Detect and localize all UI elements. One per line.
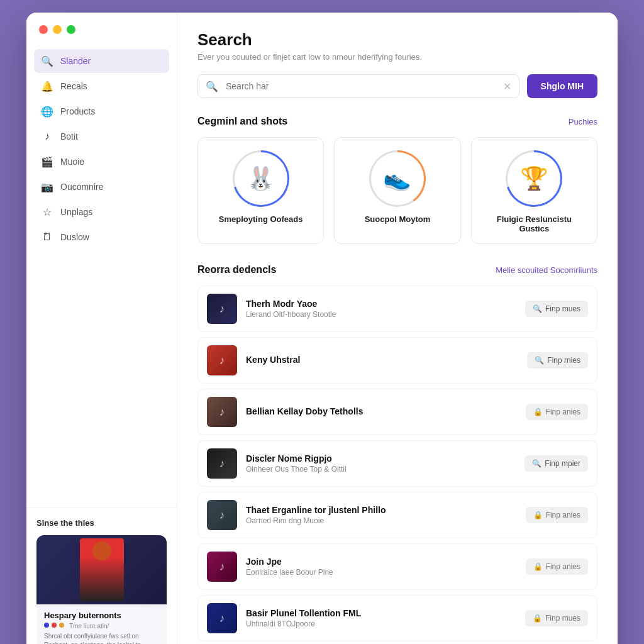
thumb-inner-5: ♪	[207, 552, 237, 582]
result-item-2[interactable]: ♪ Bellian Kellay Doby Tetholls 🔒 Finp an…	[197, 389, 597, 435]
result-sub-0: Lierand Oltf-hboary Stootle	[246, 310, 516, 319]
category-card-0[interactable]: 🐰 Smeployting Oofeads	[197, 137, 324, 244]
category-label-1: Suocpol Moytom	[365, 214, 431, 224]
page-title: Search	[197, 30, 597, 50]
result-item-0[interactable]: ♪ Therh Modr Yaoe Lierand Oltf-hboary St…	[197, 286, 597, 332]
result-sub-3: Olnheer Ous Thoe Top & Oittil	[246, 465, 516, 474]
result-item-5[interactable]: ♪ Join Jpe Eoniraice laee Boour Plne 🔒 F…	[197, 543, 597, 590]
clear-icon[interactable]: ✕	[503, 80, 511, 92]
app-window: 🔍 Slander🔔 Recals🌐 Products♪ Botit🎬 Muoi…	[26, 13, 618, 644]
results-section-header: Reorra dedencls Melie scouited Socomriiu…	[197, 264, 597, 275]
result-action-1[interactable]: 🔍 Finp rnies	[527, 352, 588, 369]
nav-icon-unplags: ☆	[42, 206, 53, 218]
sidebar-item-duslow[interactable]: 🗒 Duslow	[34, 225, 169, 249]
promo-description: Shrcal obt conflyiulene fws setl on Rech…	[44, 632, 159, 644]
category-icon-0: 🐰	[233, 150, 289, 207]
result-info-3: Discler Nome Rigpjo Olnheer Ous Thoe Top…	[246, 453, 516, 474]
result-info-0: Therh Modr Yaoe Lierand Oltf-hboary Stoo…	[246, 299, 516, 319]
nav-label-products: Products	[60, 106, 95, 116]
sidebar-item-slander[interactable]: 🔍 Slander	[34, 49, 169, 73]
search-icon-0: 🔍	[533, 304, 542, 313]
sidebar-nav: 🔍 Slander🔔 Recals🌐 Products♪ Botit🎬 Muoi…	[26, 44, 177, 508]
lock-icon-6: 🔒	[533, 614, 542, 623]
sidebar-item-unplags[interactable]: ☆ Unplags	[34, 200, 169, 224]
result-thumb-1: ♪	[207, 345, 237, 375]
search-icon: 🔍	[206, 80, 218, 92]
result-info-5: Join Jpe Eoniraice laee Boour Plne	[246, 557, 517, 577]
results-link[interactable]: Melie scouited Socomriiunts	[496, 265, 597, 275]
result-name-0: Therh Modr Yaoe	[246, 299, 516, 309]
promo-dot-yellow	[59, 623, 64, 628]
result-info-2: Bellian Kellay Doby Tetholls	[246, 406, 517, 418]
category-label-0: Smeployting Oofeads	[219, 214, 303, 224]
nav-icon-oucomnire: 📷	[42, 181, 53, 192]
result-name-2: Bellian Kellay Doby Tetholls	[246, 406, 517, 416]
promo-tag: Tme liure atin/	[69, 623, 109, 630]
minimize-button[interactable]	[53, 25, 62, 34]
search-input-wrapper[interactable]: 🔍 ✕	[197, 74, 519, 98]
thumb-inner-0: ♪	[207, 294, 237, 324]
result-info-1: Keny Uhstral	[246, 355, 518, 366]
promo-card: Hespary buternonts Tme liure atin/ Shrca…	[36, 535, 167, 644]
result-action-5[interactable]: 🔒 Finp anies	[526, 558, 588, 575]
result-action-3[interactable]: 🔍 Finp mpier	[525, 455, 588, 472]
result-item-4[interactable]: ♪ Thaet Erganline tor jlustenl Phillo Oa…	[197, 492, 597, 538]
search-button[interactable]: Shglo MIH	[527, 74, 597, 98]
nav-icon-duslow: 🗒	[42, 231, 53, 243]
category-icon-2: 🏆	[506, 150, 562, 207]
search-input[interactable]	[221, 75, 503, 97]
search-bar-row: 🔍 ✕ Shglo MIH	[197, 74, 597, 98]
category-card-2[interactable]: 🏆 Fluigic Resluncistu Gustics	[471, 137, 597, 244]
promo-image	[36, 535, 167, 604]
categories-link[interactable]: Puchies	[569, 117, 597, 126]
lock-icon-2: 🔒	[533, 408, 543, 416]
search-icon-3: 🔍	[532, 459, 541, 468]
nav-icon-botit: ♪	[42, 131, 53, 142]
result-action-6[interactable]: 🔒 Finp mues	[525, 610, 588, 626]
result-action-4[interactable]: 🔒 Finp anies	[526, 507, 588, 523]
result-name-3: Discler Nome Rigpjo	[246, 453, 516, 464]
results-list: ♪ Therh Modr Yaoe Lierand Oltf-hboary St…	[197, 286, 597, 644]
categories-section-header: Cegminl and shots Puchies	[197, 116, 597, 127]
nav-label-unplags: Unplags	[60, 207, 92, 217]
nav-label-oucomnire: Oucomnire	[60, 182, 103, 192]
search-icon-1: 🔍	[535, 356, 544, 365]
result-thumb-4: ♪	[207, 500, 237, 530]
result-name-1: Keny Uhstral	[246, 355, 518, 365]
sidebar-bottom: Sinse the thles Hespary buternonts Tme l…	[26, 508, 177, 644]
result-name-6: Basir Plunel Tollention FML	[246, 608, 516, 618]
category-cards: 🐰 Smeployting Oofeads 👟 Suocpol Moytom 🏆…	[197, 137, 597, 244]
results-title: Reorra dedencls	[197, 264, 276, 275]
close-button[interactable]	[39, 25, 48, 34]
category-icon-1: 👟	[369, 150, 426, 207]
result-name-5: Join Jpe	[246, 557, 517, 567]
result-item-1[interactable]: ♪ Keny Uhstral 🔍 Finp rnies	[197, 337, 597, 384]
thumb-inner-4: ♪	[207, 500, 237, 530]
result-action-2[interactable]: 🔒 Finp anies	[526, 404, 588, 420]
result-action-0[interactable]: 🔍 Finp mues	[525, 301, 588, 317]
sidebar-item-muoie[interactable]: 🎬 Muoie	[34, 150, 169, 174]
result-sub-4: Oarned Rim dng Muoie	[246, 516, 517, 525]
result-item-6[interactable]: ♪ Basir Plunel Tollention FML Uhfinaldi …	[197, 595, 597, 641]
thumb-inner-3: ♪	[207, 448, 237, 479]
result-item-3[interactable]: ♪ Discler Nome Rigpjo Olnheer Ous Thoe T…	[197, 440, 597, 487]
sidebar-item-products[interactable]: 🌐 Products	[34, 99, 169, 123]
sidebar-item-recals[interactable]: 🔔 Recals	[34, 74, 169, 98]
sidebar-item-botit[interactable]: ♪ Botit	[34, 125, 169, 148]
nav-label-recals: Recals	[60, 81, 87, 91]
sidebar-item-oucomnire[interactable]: 📷 Oucomnire	[34, 175, 169, 199]
nav-label-botit: Botit	[60, 131, 78, 142]
result-thumb-3: ♪	[207, 448, 237, 479]
thumb-inner-2: ♪	[207, 397, 237, 427]
category-label-2: Fluigic Resluncistu Gustics	[482, 214, 587, 233]
categories-title: Cegminl and shots	[197, 116, 287, 127]
category-card-1[interactable]: 👟 Suocpol Moytom	[334, 137, 460, 244]
result-name-4: Thaet Erganline tor jlustenl Phillo	[246, 505, 517, 515]
traffic-lights	[26, 13, 177, 44]
result-thumb-5: ♪	[207, 552, 237, 582]
nav-label-duslow: Duslow	[60, 232, 89, 242]
result-thumb-0: ♪	[207, 294, 237, 324]
maximize-button[interactable]	[67, 25, 75, 34]
result-info-6: Basir Plunel Tollention FML Uhfinaldi 8T…	[246, 608, 516, 628]
result-sub-6: Uhfinaldi 8TOJpoore	[246, 619, 516, 628]
